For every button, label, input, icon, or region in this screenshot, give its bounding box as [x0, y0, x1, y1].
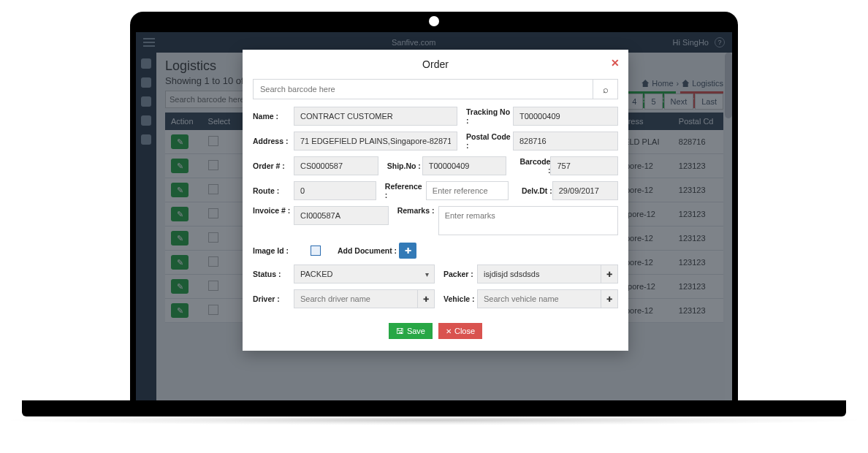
- save-icon: [396, 327, 404, 335]
- laptop-screen-wrap: Sanfive.com Hi SingHo Logistics Showing …: [130, 32, 738, 400]
- reference-field[interactable]: [426, 181, 509, 200]
- close-icon[interactable]: ✕: [611, 57, 620, 69]
- laptop-base: [22, 400, 846, 416]
- order-modal: Order ✕ Name : Tracking No : Address :: [243, 50, 628, 351]
- close-icon: [446, 327, 452, 335]
- order-field[interactable]: [294, 156, 378, 175]
- modal-title: Order: [422, 58, 449, 70]
- driver-add-icon[interactable]: [417, 289, 435, 308]
- lbl-adddoc: Add Document :: [338, 246, 399, 255]
- lbl-remarks: Remarks :: [397, 206, 438, 215]
- lbl-shipno: Ship.No :: [387, 161, 422, 170]
- modal-searchbar: [253, 79, 618, 99]
- packer-add-icon[interactable]: [601, 264, 618, 283]
- lbl-invoice: Invoice # :: [253, 206, 294, 215]
- modal-body: Name : Tracking No : Address : Postal Co…: [243, 79, 628, 351]
- close-button[interactable]: Close: [438, 323, 482, 339]
- lbl-barcode: Barcode :: [515, 157, 550, 175]
- image-icon[interactable]: [311, 245, 321, 256]
- shipno-field[interactable]: [422, 156, 507, 175]
- app-screen: Sanfive.com Hi SingHo Logistics Showing …: [136, 32, 732, 400]
- lbl-vehicle: Vehicle :: [443, 294, 477, 303]
- name-field[interactable]: [294, 107, 457, 126]
- search-icon[interactable]: [593, 79, 618, 99]
- vehicle-field[interactable]: [477, 289, 601, 308]
- lbl-tracking: Tracking No :: [466, 107, 513, 125]
- lbl-name: Name :: [253, 112, 294, 121]
- add-document-button[interactable]: [399, 243, 416, 259]
- lbl-status: Status :: [253, 270, 294, 278]
- lbl-imageid: Image Id :: [253, 246, 294, 255]
- laptop-shadow: [0, 415, 868, 425]
- modal-search-input[interactable]: [253, 79, 593, 99]
- vehicle-add-icon[interactable]: [601, 289, 618, 308]
- remarks-field[interactable]: [438, 206, 618, 235]
- lbl-address: Address :: [253, 137, 294, 145]
- driver-field[interactable]: [294, 289, 417, 308]
- save-button[interactable]: Save: [389, 323, 433, 339]
- laptop-top-bezel: [130, 12, 738, 32]
- tracking-field[interactable]: [513, 107, 618, 126]
- address-field[interactable]: [294, 132, 457, 151]
- packer-field[interactable]: [477, 264, 601, 283]
- status-select[interactable]: [294, 264, 435, 283]
- invoice-field[interactable]: [294, 206, 389, 225]
- lbl-driver: Driver :: [253, 294, 294, 303]
- modal-footer: Save Close: [253, 314, 618, 339]
- delvdt-field[interactable]: [552, 181, 618, 200]
- lbl-delvdt: Delv.Dt :: [517, 186, 552, 195]
- postal-field[interactable]: [513, 132, 618, 151]
- camera-dot: [429, 16, 439, 26]
- lbl-order: Order # :: [253, 161, 294, 170]
- route-field[interactable]: [294, 181, 376, 200]
- barcode-field[interactable]: [550, 156, 618, 175]
- lbl-postal: Postal Code :: [466, 132, 513, 150]
- modal-header: Order ✕: [243, 50, 628, 79]
- lbl-route: Route :: [253, 186, 294, 195]
- lbl-packer: Packer :: [443, 270, 477, 278]
- lbl-reference: Reference :: [385, 182, 426, 199]
